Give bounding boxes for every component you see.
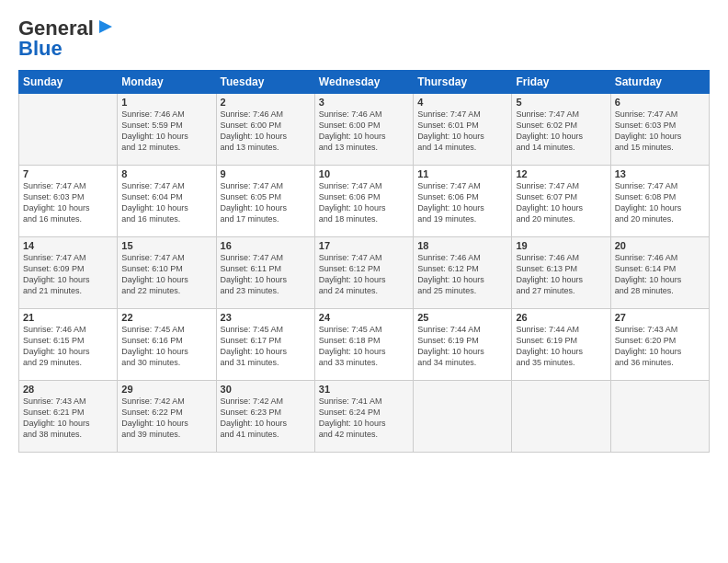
calendar-cell: 16Sunrise: 7:47 AM Sunset: 6:11 PM Dayli… [216, 237, 314, 309]
calendar-cell [610, 381, 709, 453]
day-number: 23 [221, 312, 311, 323]
calendar-cell: 13Sunrise: 7:47 AM Sunset: 6:08 PM Dayli… [610, 166, 709, 237]
day-number: 2 [221, 97, 311, 108]
calendar-cell: 12Sunrise: 7:47 AM Sunset: 6:07 PM Dayli… [512, 166, 610, 237]
week-row-1: 1Sunrise: 7:46 AM Sunset: 5:59 PM Daylig… [19, 94, 710, 166]
week-row-3: 14Sunrise: 7:47 AM Sunset: 6:09 PM Dayli… [19, 237, 710, 309]
day-number: 20 [615, 240, 705, 251]
day-number: 4 [417, 97, 507, 108]
calendar-cell: 24Sunrise: 7:45 AM Sunset: 6:18 PM Dayli… [314, 309, 413, 381]
day-number: 1 [121, 97, 211, 108]
day-info: Sunrise: 7:44 AM Sunset: 6:19 PM Dayligh… [417, 324, 507, 369]
calendar-table: SundayMondayTuesdayWednesdayThursdayFrid… [18, 70, 710, 453]
calendar-cell: 17Sunrise: 7:47 AM Sunset: 6:12 PM Dayli… [314, 237, 413, 309]
calendar-cell: 11Sunrise: 7:47 AM Sunset: 6:06 PM Dayli… [414, 166, 512, 237]
day-number: 6 [615, 97, 705, 108]
header-cell-monday: Monday [118, 71, 216, 94]
day-number: 11 [417, 168, 507, 179]
calendar-cell [414, 381, 512, 453]
day-number: 16 [221, 240, 311, 251]
calendar-cell [19, 94, 118, 166]
header: General Blue [18, 17, 710, 61]
calendar-cell: 10Sunrise: 7:47 AM Sunset: 6:06 PM Dayli… [314, 166, 413, 237]
calendar-cell: 30Sunrise: 7:42 AM Sunset: 6:23 PM Dayli… [216, 381, 314, 453]
day-info: Sunrise: 7:47 AM Sunset: 6:03 PM Dayligh… [615, 109, 705, 154]
calendar-header: SundayMondayTuesdayWednesdayThursdayFrid… [19, 71, 710, 94]
calendar-cell: 26Sunrise: 7:44 AM Sunset: 6:19 PM Dayli… [512, 309, 610, 381]
calendar-cell: 23Sunrise: 7:45 AM Sunset: 6:17 PM Dayli… [216, 309, 314, 381]
day-info: Sunrise: 7:47 AM Sunset: 6:08 PM Dayligh… [615, 180, 705, 225]
logo-arrow-icon [96, 17, 116, 37]
calendar-cell: 5Sunrise: 7:47 AM Sunset: 6:02 PM Daylig… [512, 94, 610, 166]
page: General Blue SundayMondayTuesdayWednesda… [0, 0, 728, 462]
day-number: 17 [319, 240, 409, 251]
day-number: 7 [23, 168, 113, 179]
header-row: SundayMondayTuesdayWednesdayThursdayFrid… [19, 71, 710, 94]
calendar-cell [512, 381, 610, 453]
day-number: 26 [516, 312, 606, 323]
day-number: 19 [516, 240, 606, 251]
day-info: Sunrise: 7:47 AM Sunset: 6:10 PM Dayligh… [121, 252, 211, 297]
day-info: Sunrise: 7:47 AM Sunset: 6:03 PM Dayligh… [23, 180, 113, 225]
day-number: 30 [221, 384, 311, 395]
day-number: 29 [121, 384, 211, 395]
day-info: Sunrise: 7:46 AM Sunset: 6:12 PM Dayligh… [417, 252, 507, 297]
calendar-cell: 4Sunrise: 7:47 AM Sunset: 6:01 PM Daylig… [414, 94, 512, 166]
day-number: 5 [516, 97, 606, 108]
week-row-2: 7Sunrise: 7:47 AM Sunset: 6:03 PM Daylig… [19, 166, 710, 237]
calendar-cell: 14Sunrise: 7:47 AM Sunset: 6:09 PM Dayli… [19, 237, 118, 309]
calendar-cell: 28Sunrise: 7:43 AM Sunset: 6:21 PM Dayli… [19, 381, 118, 453]
day-number: 8 [121, 168, 211, 179]
day-info: Sunrise: 7:47 AM Sunset: 6:06 PM Dayligh… [417, 180, 507, 225]
calendar-cell: 1Sunrise: 7:46 AM Sunset: 5:59 PM Daylig… [118, 94, 216, 166]
day-number: 22 [121, 312, 211, 323]
day-number: 10 [319, 168, 409, 179]
day-info: Sunrise: 7:46 AM Sunset: 5:59 PM Dayligh… [121, 109, 211, 154]
calendar-cell: 20Sunrise: 7:46 AM Sunset: 6:14 PM Dayli… [610, 237, 709, 309]
calendar-cell: 27Sunrise: 7:43 AM Sunset: 6:20 PM Dayli… [610, 309, 709, 381]
day-number: 24 [319, 312, 409, 323]
calendar-cell: 2Sunrise: 7:46 AM Sunset: 6:00 PM Daylig… [216, 94, 314, 166]
svg-marker-0 [99, 20, 112, 33]
day-number: 13 [615, 168, 705, 179]
day-info: Sunrise: 7:47 AM Sunset: 6:09 PM Dayligh… [23, 252, 113, 297]
day-info: Sunrise: 7:47 AM Sunset: 6:06 PM Dayligh… [319, 180, 409, 225]
day-info: Sunrise: 7:47 AM Sunset: 6:04 PM Dayligh… [121, 180, 211, 225]
calendar-cell: 25Sunrise: 7:44 AM Sunset: 6:19 PM Dayli… [414, 309, 512, 381]
header-cell-friday: Friday [512, 71, 610, 94]
day-info: Sunrise: 7:46 AM Sunset: 6:00 PM Dayligh… [221, 109, 311, 154]
calendar-cell: 8Sunrise: 7:47 AM Sunset: 6:04 PM Daylig… [118, 166, 216, 237]
calendar-cell: 6Sunrise: 7:47 AM Sunset: 6:03 PM Daylig… [610, 94, 709, 166]
day-number: 14 [23, 240, 113, 251]
day-number: 15 [121, 240, 211, 251]
calendar-body: 1Sunrise: 7:46 AM Sunset: 5:59 PM Daylig… [19, 94, 710, 453]
header-cell-saturday: Saturday [610, 71, 709, 94]
logo-blue: Blue [18, 37, 63, 61]
calendar-cell: 22Sunrise: 7:45 AM Sunset: 6:16 PM Dayli… [118, 309, 216, 381]
calendar-cell: 21Sunrise: 7:46 AM Sunset: 6:15 PM Dayli… [19, 309, 118, 381]
day-info: Sunrise: 7:47 AM Sunset: 6:05 PM Dayligh… [221, 180, 311, 225]
day-info: Sunrise: 7:41 AM Sunset: 6:24 PM Dayligh… [319, 396, 409, 441]
day-number: 3 [319, 97, 409, 108]
day-info: Sunrise: 7:47 AM Sunset: 6:11 PM Dayligh… [221, 252, 311, 297]
week-row-5: 28Sunrise: 7:43 AM Sunset: 6:21 PM Dayli… [19, 381, 710, 453]
day-number: 25 [417, 312, 507, 323]
day-number: 31 [319, 384, 409, 395]
header-cell-wednesday: Wednesday [314, 71, 413, 94]
calendar-cell: 19Sunrise: 7:46 AM Sunset: 6:13 PM Dayli… [512, 237, 610, 309]
day-number: 9 [221, 168, 311, 179]
day-info: Sunrise: 7:45 AM Sunset: 6:18 PM Dayligh… [319, 324, 409, 369]
day-number: 27 [615, 312, 705, 323]
day-info: Sunrise: 7:47 AM Sunset: 6:07 PM Dayligh… [516, 180, 606, 225]
calendar-cell: 31Sunrise: 7:41 AM Sunset: 6:24 PM Dayli… [314, 381, 413, 453]
day-info: Sunrise: 7:43 AM Sunset: 6:21 PM Dayligh… [23, 396, 113, 441]
header-cell-sunday: Sunday [19, 71, 118, 94]
day-number: 12 [516, 168, 606, 179]
day-info: Sunrise: 7:46 AM Sunset: 6:15 PM Dayligh… [23, 324, 113, 369]
day-info: Sunrise: 7:47 AM Sunset: 6:02 PM Dayligh… [516, 109, 606, 154]
day-info: Sunrise: 7:46 AM Sunset: 6:13 PM Dayligh… [516, 252, 606, 297]
header-cell-tuesday: Tuesday [216, 71, 314, 94]
logo: General Blue [18, 17, 116, 61]
week-row-4: 21Sunrise: 7:46 AM Sunset: 6:15 PM Dayli… [19, 309, 710, 381]
day-info: Sunrise: 7:47 AM Sunset: 6:01 PM Dayligh… [417, 109, 507, 154]
